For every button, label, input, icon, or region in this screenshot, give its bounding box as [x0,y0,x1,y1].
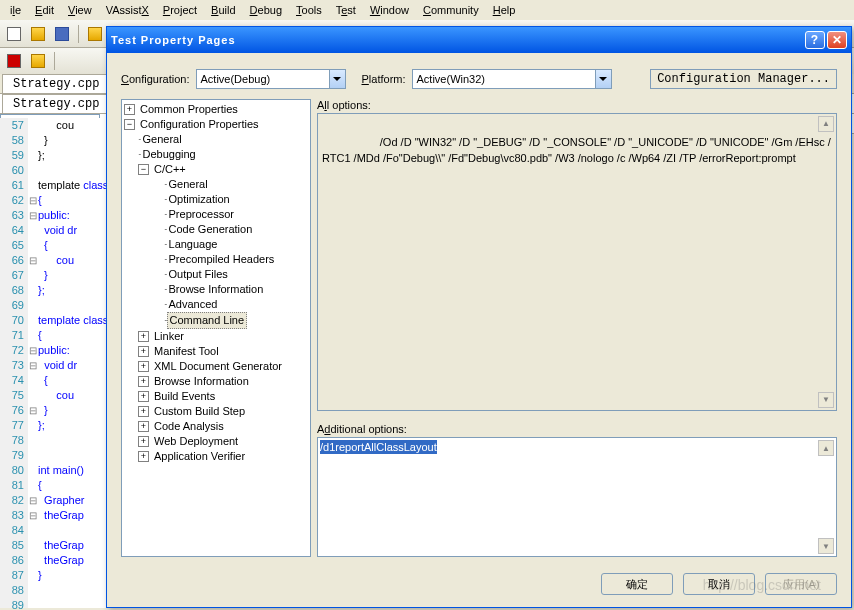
tree-item[interactable]: −Configuration Properties [124,117,308,132]
tree-label: Language [167,237,220,252]
tree-label: Linker [152,329,186,344]
expand-icon[interactable]: + [138,391,149,402]
menu-test[interactable]: Test [330,2,362,18]
menu-file[interactable]: ile [4,2,27,18]
tree-label: Code Generation [167,222,255,237]
tree-label: Configuration Properties [138,117,261,132]
scroll-down-icon[interactable]: ▼ [818,392,834,408]
tree-item[interactable]: ···Precompiled Headers [124,252,308,267]
configuration-manager-button[interactable]: Configuration Manager... [650,69,837,89]
tree-label: Application Verifier [152,449,247,464]
expand-icon[interactable]: + [138,406,149,417]
menu-edit[interactable]: Edit [29,2,60,18]
tree-item[interactable]: +XML Document Generator [124,359,308,374]
menu-view[interactable]: View [62,2,98,18]
vassist-icon[interactable] [4,51,24,71]
tree-label: XML Document Generator [152,359,284,374]
menu-vassistx[interactable]: VAssistX [100,2,155,18]
menu-build[interactable]: Build [205,2,241,18]
doc-tab-strategy[interactable]: Strategy.cpp [2,74,110,93]
tree-item[interactable]: +Web Deployment [124,434,308,449]
new-button[interactable] [4,24,24,44]
code-editor[interactable]: 5758596061626364656667686970717273747576… [0,118,106,608]
tree-item[interactable]: +Code Analysis [124,419,308,434]
dialog-title: Test Property Pages [111,34,236,46]
apply-button[interactable]: 应用(A) [765,573,837,595]
save-button[interactable] [52,24,72,44]
all-options-label: All options: [317,99,837,111]
platform-combo[interactable]: Active(Win32) [412,69,612,89]
tree-label: Precompiled Headers [167,252,277,267]
property-pages-dialog: Test Property Pages ? ✕ Configuration: A… [106,26,852,608]
open-folder-button[interactable] [85,24,105,44]
tree-item[interactable]: +Custom Build Step [124,404,308,419]
tree-item[interactable]: +Browse Information [124,374,308,389]
menu-tools[interactable]: Tools [290,2,328,18]
tree-label: Optimization [167,192,232,207]
scroll-up-icon[interactable]: ▲ [818,440,834,456]
tree-item[interactable]: +Build Events [124,389,308,404]
expand-icon[interactable]: + [124,104,135,115]
tree-label: Build Events [152,389,217,404]
tree-item[interactable]: ···Output Files [124,267,308,282]
expand-icon[interactable]: + [138,436,149,447]
code-text[interactable]: cou } }; template class Circl { public: … [38,118,106,608]
tree-item[interactable]: ···Debugging [124,147,308,162]
cancel-button[interactable]: 取消 [683,573,755,595]
menu-help[interactable]: Help [487,2,522,18]
additional-options-label: Additional options: [317,423,837,435]
chevron-down-icon[interactable] [329,70,345,88]
tree-item[interactable]: +Linker [124,329,308,344]
tree-item[interactable]: +Manifest Tool [124,344,308,359]
menu-community[interactable]: Community [417,2,485,18]
tree-label: General [167,177,210,192]
scroll-down-icon[interactable]: ▼ [818,538,834,554]
expand-icon[interactable]: + [138,331,149,342]
collapse-icon[interactable]: − [138,164,149,175]
expand-icon[interactable]: + [138,451,149,462]
config-label: Configuration: [121,73,190,85]
fold-column[interactable]: ⊟⊟⊟⊟⊟⊟⊟⊟ [28,118,38,608]
expand-icon[interactable]: + [138,361,149,372]
dialog-titlebar[interactable]: Test Property Pages ? ✕ [107,27,851,53]
line-numbers: 5758596061626364656667686970717273747576… [0,118,28,608]
help-button[interactable]: ? [805,31,825,49]
collapse-icon[interactable]: − [124,119,135,130]
tree-label: Browse Information [167,282,266,297]
tree-item[interactable]: −C/C++ [124,162,308,177]
doc-tab-active[interactable]: Strategy.cpp [2,94,110,113]
ok-button[interactable]: 确定 [601,573,673,595]
menu-project[interactable]: Project [157,2,203,18]
tree-item[interactable]: ···General [124,132,308,147]
folder-button[interactable] [28,51,48,71]
tree-item[interactable]: ···Browse Information [124,282,308,297]
tree-item[interactable]: ···Language [124,237,308,252]
tree-item[interactable]: ···Preprocessor [124,207,308,222]
tree-item[interactable]: ···Command Line [124,312,308,329]
tree-item[interactable]: +Common Properties [124,102,308,117]
expand-icon[interactable]: + [138,376,149,387]
additional-options-input[interactable]: /d1reportAllClassLayout ▲ ▼ [317,437,837,557]
tree-label: Custom Build Step [152,404,247,419]
menu-debug[interactable]: Debug [244,2,288,18]
tree-label: Web Deployment [152,434,240,449]
open-button[interactable] [28,24,48,44]
tree-item[interactable]: ···Advanced [124,297,308,312]
dialog-button-row: 确定 取消 应用(A) [107,565,851,607]
expand-icon[interactable]: + [138,421,149,432]
main-menu-bar: ile Edit View VAssistX Project Build Deb… [0,0,854,20]
scroll-up-icon[interactable]: ▲ [818,116,834,132]
tree-item[interactable]: ···Code Generation [124,222,308,237]
tree-item[interactable]: ···General [124,177,308,192]
tree-label: General [141,132,184,147]
configuration-combo[interactable]: Active(Debug) [196,69,346,89]
tree-item[interactable]: +Application Verifier [124,449,308,464]
menu-window[interactable]: Window [364,2,415,18]
close-button[interactable]: ✕ [827,31,847,49]
tree-label: Output Files [167,267,230,282]
expand-icon[interactable]: + [138,346,149,357]
tree-item[interactable]: ···Optimization [124,192,308,207]
property-tree[interactable]: +Common Properties−Configuration Propert… [121,99,311,557]
tree-label: Command Line [167,312,248,329]
chevron-down-icon[interactable] [595,70,611,88]
